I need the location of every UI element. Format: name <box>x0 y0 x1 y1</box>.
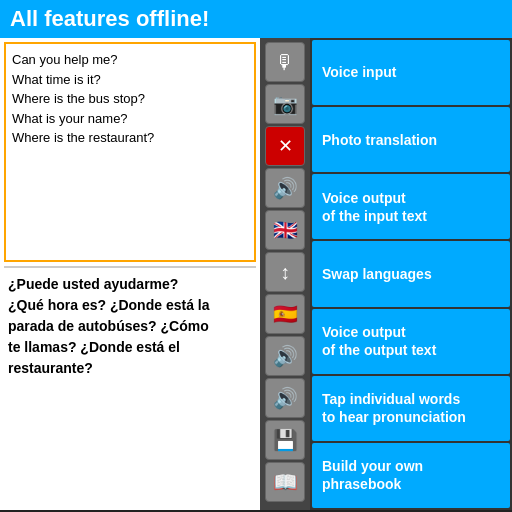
feature-tap-words[interactable]: Tap individual words to hear pronunciati… <box>312 376 510 441</box>
main-layout: Can you help me?What time is it?Where is… <box>0 38 512 510</box>
feature-voice-output-output-label: Voice output of the output text <box>322 323 436 359</box>
swap-button[interactable]: ↕ <box>265 252 305 292</box>
feature-voice-output-input-label: Voice output of the input text <box>322 189 427 225</box>
speaker-output-button[interactable]: 🔊 <box>265 336 305 376</box>
word-tap-button[interactable]: 🔊 <box>265 378 305 418</box>
mic-button[interactable]: 🎙 <box>265 42 305 82</box>
feature-photo-translation-label: Photo translation <box>322 131 437 149</box>
feature-voice-input-label: Voice input <box>322 63 396 81</box>
feature-phrasebook-label: Build your own phrasebook <box>322 457 423 493</box>
header: All features offline! <box>0 0 512 38</box>
right-panel: Voice input Photo translation Voice outp… <box>310 38 512 510</box>
toolbar: 🎙 📷 ✕ 🔊 🇬🇧 ↕ 🇪🇸 🔊 🔊 💾 📖 <box>260 38 310 510</box>
output-text: ¿Puede usted ayudarme?¿Qué hora es? ¿Don… <box>8 274 252 379</box>
flag-es-button[interactable]: 🇪🇸 <box>265 294 305 334</box>
feature-voice-output-input[interactable]: Voice output of the input text <box>312 174 510 239</box>
phrasebook-button[interactable]: 📖 <box>265 462 305 502</box>
word-tap-icon: 🔊 <box>273 388 298 408</box>
feature-swap-languages-label: Swap languages <box>322 265 432 283</box>
save-button[interactable]: 💾 <box>265 420 305 460</box>
feature-tap-words-label: Tap individual words to hear pronunciati… <box>322 390 466 426</box>
close-icon: ✕ <box>278 137 293 155</box>
flag-es-icon: 🇪🇸 <box>273 304 298 324</box>
camera-button[interactable]: 📷 <box>265 84 305 124</box>
save-icon: 💾 <box>273 430 298 450</box>
input-text: Can you help me?What time is it?Where is… <box>12 50 248 148</box>
close-button[interactable]: ✕ <box>265 126 305 166</box>
phrasebook-icon: 📖 <box>273 472 298 492</box>
output-area: ¿Puede usted ayudarme?¿Qué hora es? ¿Don… <box>0 268 260 510</box>
swap-icon: ↕ <box>280 262 290 282</box>
feature-phrasebook[interactable]: Build your own phrasebook <box>312 443 510 508</box>
speaker-input-button[interactable]: 🔊 <box>265 168 305 208</box>
flag-uk-icon: 🇬🇧 <box>273 220 298 240</box>
flag-uk-button[interactable]: 🇬🇧 <box>265 210 305 250</box>
speaker-output-icon: 🔊 <box>273 346 298 366</box>
feature-photo-translation[interactable]: Photo translation <box>312 107 510 172</box>
feature-voice-output-output[interactable]: Voice output of the output text <box>312 309 510 374</box>
input-area[interactable]: Can you help me?What time is it?Where is… <box>4 42 256 262</box>
left-panel: Can you help me?What time is it?Where is… <box>0 38 260 510</box>
header-title: All features offline! <box>10 6 209 32</box>
feature-voice-input[interactable]: Voice input <box>312 40 510 105</box>
speaker-input-icon: 🔊 <box>273 178 298 198</box>
feature-swap-languages[interactable]: Swap languages <box>312 241 510 306</box>
camera-icon: 📷 <box>273 94 298 114</box>
mic-icon: 🎙 <box>275 52 295 72</box>
